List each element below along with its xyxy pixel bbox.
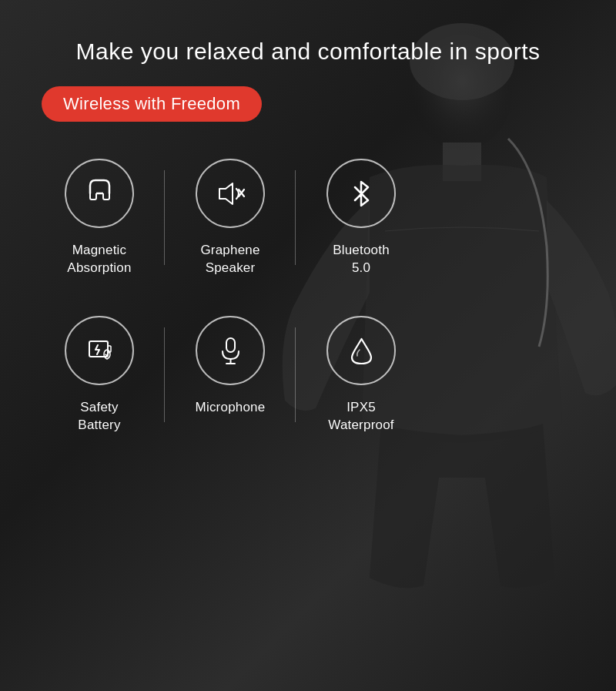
safety-battery-label: SafetyBattery bbox=[78, 399, 120, 434]
magnet-icon bbox=[82, 176, 117, 211]
battery-icon-circle bbox=[65, 316, 134, 385]
feature-safety-battery: SafetyBattery bbox=[34, 316, 165, 434]
features-grid: MagneticAbsorption GrapheneSpeaker bbox=[34, 159, 582, 434]
main-content: Make you relaxed and comfortable in spor… bbox=[0, 0, 616, 465]
waterproof-icon-circle bbox=[326, 316, 396, 385]
feature-microphone: Microphone bbox=[165, 316, 296, 434]
speaker-icon bbox=[213, 176, 248, 211]
water-drop-icon bbox=[344, 333, 379, 367]
feature-magnetic-absorption: MagneticAbsorption bbox=[34, 159, 165, 277]
feature-graphene-speaker: GrapheneSpeaker bbox=[165, 159, 296, 277]
battery-safety-icon bbox=[82, 333, 117, 367]
svg-rect-9 bbox=[226, 338, 235, 352]
badge-wrapper: Wireless with Freedom bbox=[34, 86, 582, 122]
wireless-freedom-badge: Wireless with Freedom bbox=[42, 86, 262, 122]
microphone-icon bbox=[213, 333, 248, 367]
graphene-speaker-label: GrapheneSpeaker bbox=[200, 242, 259, 277]
microphone-label: Microphone bbox=[196, 399, 266, 417]
waterproof-label: IPX5Waterproof bbox=[328, 399, 393, 434]
bluetooth-label: Bluetooth5.0 bbox=[333, 242, 390, 277]
microphone-icon-circle bbox=[196, 316, 265, 385]
magnet-icon-circle bbox=[65, 159, 134, 228]
page-headline: Make you relaxed and comfortable in spor… bbox=[34, 39, 582, 65]
bluetooth-icon-circle bbox=[326, 159, 396, 228]
bluetooth-icon bbox=[344, 176, 379, 211]
svg-marker-4 bbox=[219, 183, 233, 204]
feature-bluetooth: Bluetooth5.0 bbox=[296, 159, 427, 277]
magnetic-absorption-label: MagneticAbsorption bbox=[67, 242, 131, 277]
speaker-icon-circle bbox=[196, 159, 265, 228]
feature-waterproof: IPX5Waterproof bbox=[296, 316, 427, 434]
